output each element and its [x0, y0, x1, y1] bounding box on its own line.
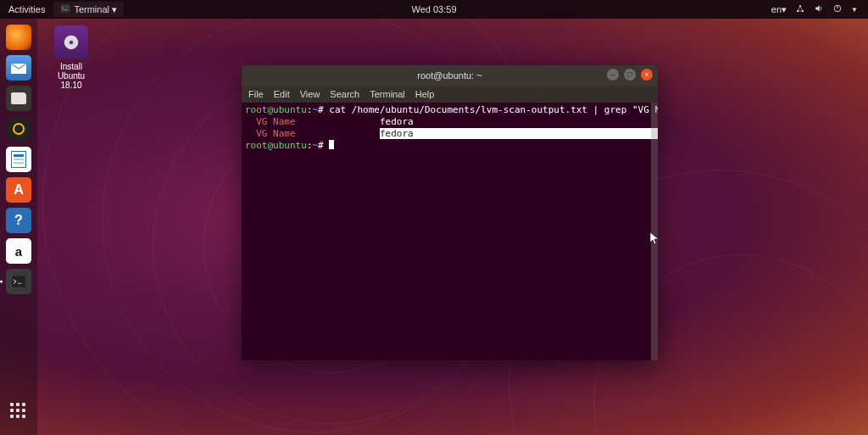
power-icon[interactable]	[832, 3, 843, 15]
active-app-label: Terminal ▾	[74, 4, 117, 15]
terminal-line: root@ubuntu:~#	[245, 140, 654, 152]
menu-edit[interactable]: Edit	[274, 89, 290, 99]
dock-software[interactable]: A	[5, 176, 32, 204]
dock-rhythmbox[interactable]	[5, 115, 32, 142]
menu-view[interactable]: View	[300, 89, 320, 99]
window-close-button[interactable]: ×	[641, 69, 653, 81]
dock-terminal[interactable]	[5, 268, 32, 295]
desktop-icon-install-ubuntu[interactable]: Install Ubuntu 18.10	[47, 25, 96, 90]
dock-firefox[interactable]	[5, 24, 32, 51]
dock-amazon[interactable]: a	[5, 237, 32, 265]
dock: A ? a	[0, 19, 37, 435]
terminal-icon	[60, 3, 70, 15]
active-app-indicator[interactable]: Terminal ▾	[53, 2, 124, 17]
mouse-cursor-icon	[649, 231, 659, 248]
activities-button[interactable]: Activities	[8, 4, 45, 14]
svg-point-8	[70, 41, 74, 45]
dock-help[interactable]: ?	[5, 207, 32, 234]
clock[interactable]: Wed 03:59	[411, 4, 456, 14]
network-icon[interactable]	[795, 3, 805, 15]
dock-writer[interactable]	[5, 146, 32, 173]
dropdown-icon[interactable]: ▼	[851, 6, 858, 14]
cdrom-icon	[54, 25, 88, 59]
window-minimize-button[interactable]: –	[607, 69, 619, 81]
dock-apps-button[interactable]	[5, 401, 32, 428]
lang-indicator[interactable]: en▾	[771, 4, 787, 15]
svg-rect-0	[61, 5, 70, 13]
terminal-line: root@ubuntu:~# cat /home/ubuntu/Document…	[245, 104, 654, 116]
terminal-window: root@ubuntu: ~ – □ × File Edit View Sear…	[242, 65, 658, 360]
terminal-cursor	[329, 140, 334, 149]
window-titlebar[interactable]: root@ubuntu: ~ – □ ×	[242, 65, 658, 86]
dock-files[interactable]	[5, 85, 32, 112]
window-maximize-button[interactable]: □	[624, 69, 636, 81]
dock-mail[interactable]	[5, 54, 32, 81]
menu-file[interactable]: File	[248, 89, 264, 99]
terminal-menubar: File Edit View Search Terminal Help	[242, 86, 658, 103]
menu-terminal[interactable]: Terminal	[370, 89, 405, 99]
terminal-body[interactable]: root@ubuntu:~# cat /home/ubuntu/Document…	[242, 103, 658, 360]
svg-rect-6	[12, 276, 25, 287]
desktop-icon-label: Install Ubuntu 18.10	[47, 62, 96, 90]
terminal-line: VG Name fedora	[245, 128, 654, 140]
apps-grid-icon	[10, 403, 27, 420]
window-title: root@ubuntu: ~	[417, 70, 481, 81]
menu-help[interactable]: Help	[415, 89, 435, 99]
volume-icon[interactable]	[814, 3, 824, 15]
terminal-line: VG Name fedora	[245, 116, 654, 128]
top-bar: Activities Terminal ▾ Wed 03:59 en▾ ▼	[0, 0, 868, 19]
menu-search[interactable]: Search	[330, 89, 359, 99]
